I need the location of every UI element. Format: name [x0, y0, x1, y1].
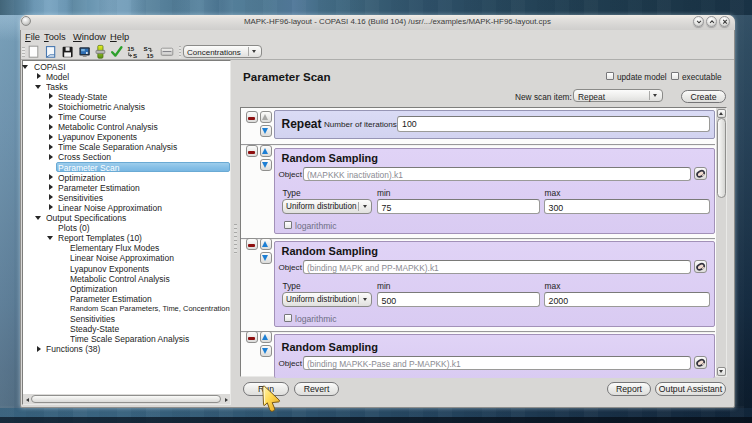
svg-text:S: S: [143, 45, 147, 52]
svg-text:15: 15: [127, 45, 134, 52]
svg-text:S: S: [133, 52, 137, 59]
svg-text:15: 15: [147, 52, 154, 59]
